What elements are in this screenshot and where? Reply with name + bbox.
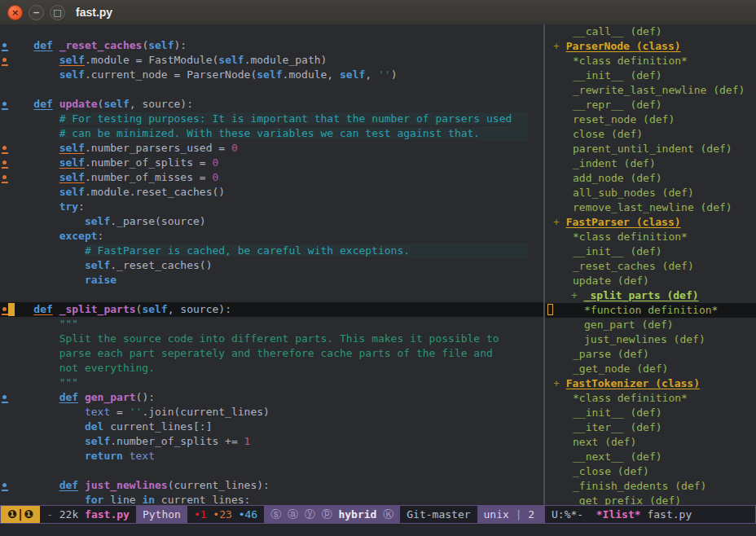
code-line[interactable]: self.number_of_misses = 0 bbox=[0, 170, 544, 185]
modeline-fastpy: ❶|❶- 22k fast.pyPython•1 •23 •46ⓢ ⓐ ⓨ ⓟ … bbox=[0, 505, 544, 524]
right-fringe bbox=[528, 141, 544, 156]
line-filler bbox=[8, 288, 528, 302]
imenu-item[interactable]: reset_node (def) bbox=[545, 112, 756, 127]
imenu-item[interactable]: _parse (def) bbox=[545, 347, 756, 362]
modeline-segment-flycheck-counts[interactable]: •1 •23 •46 bbox=[187, 506, 264, 523]
code-text: self.current_node = ParserNode(self.modu… bbox=[8, 68, 397, 82]
imenu-item[interactable]: + FastParser (class) bbox=[545, 215, 756, 230]
warning-dot-icon bbox=[2, 146, 7, 150]
code-line[interactable]: def just_newlines(current_lines): bbox=[0, 478, 544, 493]
imenu-item[interactable]: *class definition* bbox=[545, 54, 756, 68]
right-fringe bbox=[528, 288, 544, 302]
code-line[interactable]: for line in current_lines: bbox=[0, 493, 544, 505]
code-editor[interactable]: def _reset_caches(self): self.module = F… bbox=[0, 24, 544, 505]
code-line[interactable] bbox=[0, 82, 544, 97]
imenu-item[interactable]: just_newlines (def) bbox=[545, 332, 756, 347]
modeline-segment-vc-branch[interactable]: Git-master bbox=[400, 506, 477, 523]
modeline-segment-encoding-position[interactable]: unix | 2 bbox=[477, 506, 543, 523]
imenu-item-label: _reset_caches (def) bbox=[573, 260, 694, 272]
modeline-segment-major-mode[interactable]: Python bbox=[136, 506, 187, 523]
code-line[interactable]: del current_lines[:] bbox=[0, 420, 544, 434]
code-line[interactable]: return text bbox=[0, 449, 544, 464]
code-line[interactable]: # For testing purposes: It is important … bbox=[0, 112, 544, 126]
code-line[interactable]: except: bbox=[0, 229, 544, 244]
code-line[interactable]: def _reset_caches(self): bbox=[0, 38, 544, 53]
imenu-item[interactable]: __repr__ (def) bbox=[545, 98, 756, 112]
imenu-item[interactable]: all_sub_nodes (def) bbox=[545, 186, 756, 200]
text-cursor bbox=[8, 303, 15, 316]
code-text: return text bbox=[8, 449, 155, 464]
code-line[interactable]: self.module = FastModule(self.module_pat… bbox=[0, 53, 544, 68]
code-line[interactable]: self.number_of_splits = 0 bbox=[0, 156, 544, 170]
code-line[interactable]: # can be minimized. With these variables… bbox=[0, 126, 544, 141]
code-line[interactable]: """ bbox=[0, 317, 544, 332]
imenu-item[interactable]: next (def) bbox=[545, 435, 756, 450]
code-line[interactable]: """ bbox=[0, 376, 544, 390]
imenu-item[interactable]: + FastTokenizer (class) bbox=[545, 376, 756, 391]
imenu-item[interactable]: *class definition* bbox=[545, 230, 756, 244]
imenu-item[interactable]: gen_part (def) bbox=[545, 318, 756, 332]
code-line[interactable]: # FastParser is cached, be careful with … bbox=[0, 244, 544, 258]
code-line[interactable]: try: bbox=[0, 200, 544, 214]
imenu-list-sidebar[interactable]: __call__ (def)+ ParserNode (class)*class… bbox=[545, 24, 756, 505]
code-line[interactable]: self._parse(source) bbox=[0, 214, 544, 229]
modeline-segment-buffer-info[interactable]: - 22k fast.py bbox=[40, 506, 136, 523]
code-line[interactable]: self._reset_caches() bbox=[0, 258, 544, 273]
line-filler bbox=[78, 376, 528, 390]
close-button[interactable]: × bbox=[7, 5, 23, 20]
imenu-item[interactable]: *class definition* bbox=[545, 391, 756, 406]
imenu-item[interactable]: update (def) bbox=[545, 274, 756, 288]
expand-icon[interactable]: + bbox=[553, 40, 566, 52]
line-filler bbox=[480, 126, 528, 141]
imenu-item[interactable]: _get_node (def) bbox=[545, 362, 756, 376]
right-fringe bbox=[528, 420, 544, 434]
code-line[interactable]: self.current_node = ParserNode(self.modu… bbox=[0, 68, 544, 82]
imenu-item[interactable]: _close (def) bbox=[545, 464, 756, 479]
imenu-item[interactable]: __call__ (def) bbox=[545, 24, 756, 39]
code-line[interactable]: def update(self, source): bbox=[0, 97, 544, 112]
imenu-item[interactable]: __init__ (def) bbox=[545, 406, 756, 420]
code-line[interactable]: def _split_parts(self, source): bbox=[0, 302, 544, 317]
expand-icon[interactable]: + bbox=[553, 216, 566, 228]
code-line[interactable]: text = ''.join(current_lines) bbox=[0, 405, 544, 420]
code-line[interactable] bbox=[0, 288, 544, 302]
imenu-item[interactable]: _finish_dedents (def) bbox=[545, 479, 756, 494]
imenu-item[interactable]: add_node (def) bbox=[545, 171, 756, 186]
imenu-item[interactable]: __iter__ (def) bbox=[545, 420, 756, 435]
modeline-segment-ilist-buffer-info[interactable]: U:%*- *Ilist* fast.py bbox=[545, 506, 755, 523]
modeline-segment-window-number[interactable]: ❶|❶ bbox=[1, 506, 40, 523]
imenu-item-label: *class definition* bbox=[573, 55, 688, 67]
imenu-item[interactable]: + _split_parts (def) bbox=[545, 288, 756, 303]
minimize-button[interactable]: − bbox=[29, 5, 44, 20]
code-line[interactable]: self.module.reset_caches() bbox=[0, 185, 544, 200]
imenu-item[interactable]: __next__ (def) bbox=[545, 450, 756, 464]
code-line[interactable] bbox=[0, 464, 544, 478]
code-line[interactable]: self.number_parsers_used = 0 bbox=[0, 141, 544, 156]
maximize-button[interactable]: □ bbox=[50, 5, 65, 20]
imenu-item[interactable]: *function definition* bbox=[545, 303, 756, 318]
warning-dot-icon bbox=[2, 58, 7, 62]
imenu-item[interactable]: _get_prefix (def) bbox=[545, 494, 756, 505]
imenu-item[interactable]: _reset_caches (def) bbox=[545, 259, 756, 274]
imenu-item[interactable]: close (def) bbox=[545, 127, 756, 142]
code-line[interactable]: parse each part seperately and therefore… bbox=[0, 346, 544, 361]
code-line[interactable]: raise bbox=[0, 273, 544, 288]
imenu-item[interactable]: parent_until_indent (def) bbox=[545, 142, 756, 156]
warning-dot-icon bbox=[2, 307, 7, 311]
code-line[interactable]: self.number_of_splits += 1 bbox=[0, 434, 544, 449]
code-line[interactable]: def gen_part(): bbox=[0, 390, 544, 405]
expand-icon[interactable]: + bbox=[553, 377, 566, 389]
imenu-item-label: gen_part (def) bbox=[584, 319, 674, 331]
echo-area[interactable] bbox=[0, 524, 756, 536]
modeline-segment-minor-modes[interactable]: ⓢ ⓐ ⓨ ⓟ hybrid Ⓚ bbox=[264, 506, 400, 523]
imenu-item[interactable]: __init__ (def) bbox=[545, 244, 756, 259]
code-line[interactable]: not everything. bbox=[0, 361, 544, 376]
code-line[interactable]: Split the source code into different par… bbox=[0, 332, 544, 346]
imenu-item[interactable]: _rewrite_last_newline (def) bbox=[545, 83, 756, 98]
imenu-item[interactable]: remove_last_newline (def) bbox=[545, 200, 756, 215]
imenu-item[interactable]: __init__ (def) bbox=[545, 68, 756, 83]
expand-icon[interactable]: + bbox=[571, 289, 584, 301]
imenu-item[interactable]: + ParserNode (class) bbox=[545, 39, 756, 54]
imenu-item-label: _rewrite_last_newline (def) bbox=[573, 84, 745, 96]
imenu-item[interactable]: _indent (def) bbox=[545, 156, 756, 171]
